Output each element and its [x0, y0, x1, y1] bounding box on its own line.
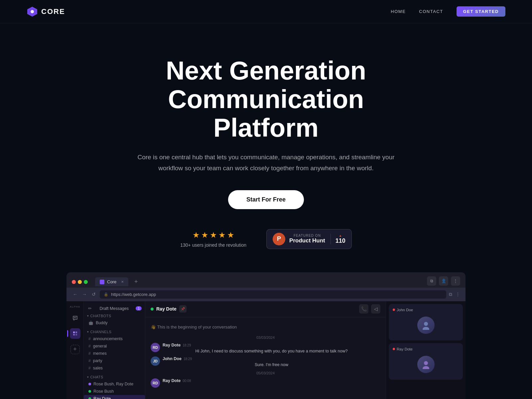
chatbots-header[interactable]: ▾ CHATBOTS — [84, 313, 145, 319]
channel-party[interactable]: # party — [84, 357, 145, 364]
hash-icon-5: # — [88, 366, 91, 370]
buddy-label: Buddy — [96, 321, 107, 325]
tab-close-btn[interactable]: ✕ — [121, 280, 124, 284]
tab-new-btn[interactable]: + — [132, 278, 140, 286]
call-card-user-ray: Ray Dote — [393, 347, 413, 351]
forward-btn[interactable]: → — [81, 291, 88, 298]
chat-rose-ray[interactable]: Rose Bush, Ray Dote — [84, 380, 145, 388]
call-avatar-inner-ray — [417, 356, 435, 373]
browser-menu-btn[interactable]: ⋮ — [451, 276, 460, 286]
browser-tab[interactable]: Core ✕ — [95, 277, 128, 286]
chat-rose[interactable]: Rose Bush — [84, 388, 145, 395]
status-dot-2 — [88, 390, 91, 393]
back-btn[interactable]: ← — [72, 291, 78, 298]
channel-name-general: general — [93, 344, 107, 348]
call-btn[interactable]: 📞 — [359, 304, 368, 314]
logo-icon — [27, 6, 38, 17]
cta-button[interactable]: Start For Free — [228, 190, 304, 209]
logo-text: CORE — [41, 7, 65, 16]
channel-name-sales: sales — [93, 366, 103, 370]
refresh-btn[interactable]: ↺ — [90, 291, 97, 298]
date-divider-1: 03/03/2024 — [151, 335, 380, 339]
browser-ext-btn1[interactable]: ⧉ — [427, 276, 436, 286]
message-content-2: John Doe 18:29 Sure. I'm free now — [163, 356, 380, 368]
nav-home[interactable]: HOME — [391, 9, 406, 14]
star-2: ★ — [201, 230, 208, 240]
dot-green[interactable] — [84, 280, 88, 284]
browser-action-2[interactable]: ⋮ — [456, 292, 460, 297]
sidebar-toggle-btn[interactable]: ◁ — [371, 304, 380, 314]
chats-header[interactable]: ▾ CHATS — [84, 374, 145, 380]
nav-get-started[interactable]: GET STARTED — [457, 6, 505, 17]
channel-general[interactable]: # general — [84, 342, 145, 350]
call-user-name-ray: Ray Dote — [397, 347, 413, 351]
channel-name-memes: memes — [93, 351, 107, 356]
svg-rect-5 — [75, 332, 77, 333]
chat-header: Ray Dote 📌 📞 ◁ — [145, 301, 386, 317]
social-proof: ★ ★ ★ ★ ★ 130+ users joined the revoluti… — [180, 229, 352, 249]
nav-links: HOME CONTACT GET STARTED — [391, 6, 505, 17]
logo[interactable]: CORE — [27, 6, 65, 17]
browser-url-bar: ← → ↺ 🔒 https://web.getcore.app ⧉ ⋮ — [66, 288, 466, 301]
channels-header[interactable]: ▾ CHANNELS — [84, 329, 145, 335]
nav-contact[interactable]: CONTACT — [419, 9, 443, 14]
message-content-1: Ray Dote 18:29 Hi John, I need to discus… — [163, 343, 380, 354]
svg-rect-4 — [73, 332, 75, 333]
svg-point-8 — [424, 322, 428, 326]
sender-ray-2: Ray Dote — [163, 378, 181, 383]
url-input[interactable]: 🔒 https://web.getcore.app — [100, 290, 446, 299]
browser-ext-btn2[interactable]: 👤 — [439, 276, 448, 286]
chat-user-info: Ray Dote 📌 — [151, 305, 187, 313]
product-hunt-badge[interactable]: P FEATURED ON Product Hunt ▲ 110 — [266, 229, 352, 249]
call-avatar-inner-john — [417, 317, 435, 334]
ph-featured-label: FEATURED ON — [289, 234, 325, 237]
channel-name-party: party — [93, 358, 102, 363]
conversation-start: 👋 This is the beginning of your conversa… — [151, 322, 380, 332]
dot-yellow[interactable] — [78, 280, 82, 284]
pin-icon[interactable]: 📌 — [179, 305, 187, 313]
message-meta-2: John Doe 18:29 — [163, 356, 380, 361]
buddy-item[interactable]: 🤖 Buddy — [84, 319, 145, 327]
sidebar-icon-chat[interactable] — [70, 313, 80, 324]
message-content-3: Ray Dote 00:08 — [163, 378, 380, 384]
hash-icon-4: # — [88, 358, 91, 363]
channels-chevron: ▾ — [87, 330, 89, 333]
star-1: ★ — [193, 230, 200, 240]
dot-red[interactable] — [72, 280, 76, 284]
svg-point-9 — [423, 327, 429, 330]
message-row-1: RD Ray Dote 18:29 Hi John, I need to dis… — [151, 343, 380, 354]
message-row-2: JD John Doe 18:29 Sure. I'm free now — [151, 356, 380, 368]
svg-point-1 — [31, 10, 34, 13]
star-5: ★ — [227, 230, 234, 240]
app-preview: Core ✕ + ⧉ 👤 ⋮ ← → ↺ 🔒 https://web.getco… — [66, 272, 466, 399]
msg-text-2: Sure. I'm free now — [163, 362, 380, 368]
sidebar-icon-channels[interactable] — [70, 328, 80, 339]
draft-messages-item[interactable]: ✏ Draft Messages 1 — [84, 305, 145, 313]
channel-sales[interactable]: # sales — [84, 364, 145, 372]
time-3: 00:08 — [183, 379, 191, 383]
chats-chevron: ▾ — [87, 375, 89, 379]
msg-text-1: Hi John, I need to discuss something wit… — [163, 348, 380, 354]
chat-ray[interactable]: Ray Dote — [84, 395, 145, 399]
browser-chrome: Core ✕ + ⧉ 👤 ⋮ — [66, 272, 466, 288]
ph-text: FEATURED ON Product Hunt — [289, 234, 325, 244]
call-dot-john — [393, 309, 395, 311]
hero-section: Next Generation Communication Platform C… — [0, 23, 532, 399]
ph-name: Product Hunt — [289, 237, 325, 244]
draft-count: 1 — [136, 306, 142, 311]
alpha-badge: ALPHA — [70, 305, 80, 308]
stars-block: ★ ★ ★ ★ ★ 130+ users joined the revoluti… — [180, 230, 246, 248]
call-avatar-ray — [417, 356, 435, 373]
channel-memes[interactable]: # memes — [84, 350, 145, 357]
chats-section: ▾ CHATS Rose Bush, Ray Dote Rose Bush Ra… — [84, 374, 145, 399]
message-meta-3: Ray Dote 00:08 — [163, 378, 380, 383]
tab-favicon — [100, 280, 104, 284]
browser-action-1[interactable]: ⧉ — [449, 292, 452, 297]
sidebar-add-btn[interactable]: + — [70, 345, 80, 354]
status-dot-3 — [88, 397, 91, 399]
channels-label: CHANNELS — [90, 330, 112, 334]
call-avatar-john — [417, 317, 435, 334]
hash-icon-2: # — [88, 344, 91, 348]
channel-announcements[interactable]: # announcements — [84, 335, 145, 342]
chats-label: CHATS — [90, 375, 103, 379]
